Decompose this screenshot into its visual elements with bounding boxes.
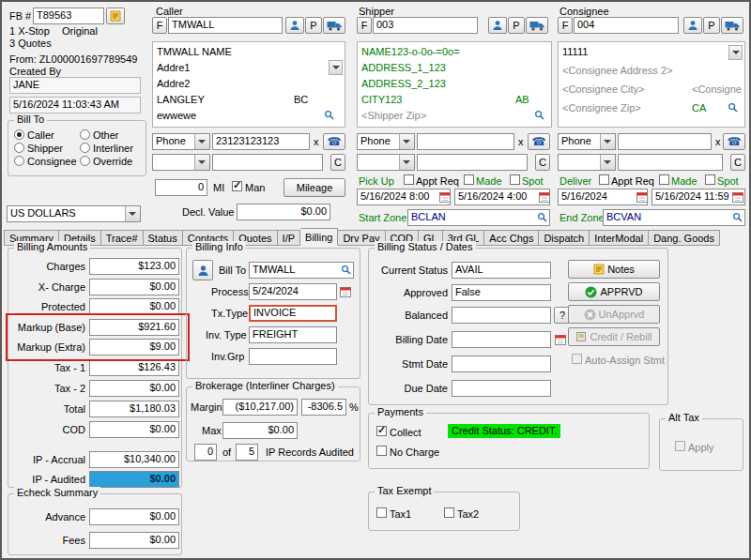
radio-bill-to-other[interactable] xyxy=(80,129,90,140)
radio-bill-to-caller[interactable] xyxy=(14,129,24,140)
due-date-field[interactable] xyxy=(452,380,551,397)
start-zone-field[interactable]: BCLAN xyxy=(407,209,550,226)
tab-dang-goods[interactable]: Dang. Goods xyxy=(649,230,720,246)
shipper-p-button[interactable]: P xyxy=(508,17,525,34)
no-charge-checkbox[interactable] xyxy=(376,446,387,456)
deliver-spot-checkbox[interactable] xyxy=(705,174,715,185)
shipper-dial-button[interactable]: ☎ xyxy=(528,133,550,150)
tab-acc-chgs[interactable]: Acc Chgs xyxy=(484,230,539,246)
margin-pct-field[interactable]: -8306.5 xyxy=(301,399,346,416)
advance-field[interactable]: $0.00 xyxy=(89,508,179,525)
chevron-down-icon[interactable] xyxy=(728,45,743,60)
bill-to-field[interactable]: TMWALL xyxy=(249,262,354,279)
caller-code-field[interactable]: TMWALL xyxy=(168,17,283,34)
consignee-f-button[interactable]: F xyxy=(558,17,573,34)
protected-field[interactable]: $0.00 xyxy=(89,298,179,315)
tax1-checkbox[interactable] xyxy=(376,507,387,518)
shipper-c-button[interactable]: C xyxy=(535,154,550,171)
search-icon[interactable] xyxy=(732,212,743,222)
mileage-field[interactable]: 0 xyxy=(155,179,207,196)
search-icon[interactable] xyxy=(341,265,351,275)
total-field[interactable]: $1,180.03 xyxy=(89,401,179,417)
ip-accrual-field[interactable]: $10,340.00 xyxy=(89,451,179,468)
consignee-phone-field[interactable] xyxy=(618,133,712,150)
shipper-f-button[interactable]: F xyxy=(357,17,372,34)
bill-to-contact-button[interactable] xyxy=(192,260,213,280)
caller-truck-button[interactable] xyxy=(323,17,345,34)
ip-audited-total-field[interactable]: 5 xyxy=(236,444,258,461)
collect-checkbox[interactable] xyxy=(376,426,387,436)
shipper-truck-button[interactable] xyxy=(526,17,548,34)
currency-combo[interactable]: US DOLLARS xyxy=(7,205,141,222)
markup-extra-field[interactable]: $9.00 xyxy=(89,339,179,356)
consignee-truck-button[interactable] xyxy=(721,17,743,34)
search-icon[interactable] xyxy=(728,102,738,113)
tax2-field[interactable]: $0.00 xyxy=(89,380,179,397)
tab-dispatch[interactable]: Dispatch xyxy=(539,230,590,246)
search-icon[interactable] xyxy=(537,212,547,222)
process-date-field[interactable]: 5/24/2024 xyxy=(249,283,337,300)
radio-bill-to-consignee[interactable] xyxy=(14,156,24,166)
cod-field[interactable]: $0.00 xyxy=(89,421,179,438)
ip-audited-field[interactable]: $0.00 xyxy=(89,471,179,488)
shipper-contact-button[interactable] xyxy=(488,17,507,34)
tab-intermodal[interactable]: InterModal xyxy=(590,230,649,246)
tax2-checkbox[interactable] xyxy=(444,507,454,518)
caller-phone2-field[interactable] xyxy=(212,154,323,171)
caller-phone-field[interactable]: 23123123123 xyxy=(212,133,310,150)
caller-dial-button[interactable]: ☎ xyxy=(323,133,345,150)
caller-phone-clear[interactable]: x xyxy=(314,136,319,147)
decl-value-field[interactable]: $0.00 xyxy=(237,204,330,220)
pickup-made-checkbox[interactable] xyxy=(464,174,474,185)
fees-field[interactable]: $0.00 xyxy=(89,532,179,549)
consignee-phone2-type-combo[interactable] xyxy=(558,154,616,171)
pickup-from-date-field[interactable]: 5/16/2024 8:00 xyxy=(357,189,451,205)
caller-f-button[interactable]: F xyxy=(152,17,167,34)
consignee-c-button[interactable]: C xyxy=(730,154,745,171)
shipper-phone-field[interactable] xyxy=(417,133,514,150)
consignee-phone-type-combo[interactable]: Phone xyxy=(558,133,616,150)
deliver-from-date-field[interactable]: 5/16/2024 xyxy=(558,189,648,205)
consignee-p-button[interactable]: P xyxy=(703,17,720,34)
credit-rebill-button[interactable]: Credit / Rebill xyxy=(568,327,660,346)
tab-ip[interactable]: I/P xyxy=(278,230,300,246)
radio-bill-to-interliner[interactable] xyxy=(80,143,90,153)
shipper-phone2-type-combo[interactable] xyxy=(357,154,415,171)
calendar-icon[interactable] xyxy=(439,191,451,203)
margin-field[interactable]: ($10,217.00) xyxy=(222,399,298,416)
search-icon[interactable] xyxy=(534,110,544,120)
created-by-field[interactable]: JANE xyxy=(9,77,141,94)
auto-assign-stmt-checkbox[interactable] xyxy=(572,354,582,364)
shipper-code-field[interactable]: 003 xyxy=(373,17,478,34)
consignee-contact-button[interactable] xyxy=(683,17,702,34)
alt-tax-apply-checkbox[interactable] xyxy=(675,441,685,451)
chevron-down-icon[interactable] xyxy=(329,60,343,75)
consignee-code-field[interactable]: 004 xyxy=(574,17,679,34)
approve-button[interactable]: APPRVD xyxy=(568,282,660,301)
pickup-appt-req-checkbox[interactable] xyxy=(404,174,414,185)
tax1-field[interactable]: $126.43 xyxy=(89,359,179,376)
calendar-icon[interactable] xyxy=(732,191,743,203)
deliver-to-date-field[interactable]: 5/16/2024 11:59 xyxy=(651,189,745,205)
search-icon[interactable] xyxy=(324,110,334,120)
caller-phone-type-combo[interactable]: Phone xyxy=(152,133,210,150)
calendar-icon[interactable] xyxy=(555,334,566,345)
deliver-made-checkbox[interactable] xyxy=(659,174,669,185)
fb-notes-button[interactable] xyxy=(106,8,125,24)
shipper-phone-clear[interactable]: x xyxy=(518,136,524,147)
inv-grp-field[interactable] xyxy=(249,348,337,365)
caller-c-button[interactable]: C xyxy=(330,154,345,171)
tab-billing[interactable]: Billing xyxy=(300,228,338,246)
inv-type-field[interactable]: FREIGHT xyxy=(249,326,337,343)
caller-contact-button[interactable] xyxy=(285,17,304,34)
markup-base-field[interactable]: $921.60 xyxy=(89,319,179,336)
xcharge-field[interactable]: $0.00 xyxy=(89,279,179,295)
calendar-icon[interactable] xyxy=(539,191,550,203)
tx-type-field[interactable]: INVOICE xyxy=(249,305,337,322)
unapprove-button[interactable]: UnApprvd xyxy=(568,305,660,324)
pickup-to-date-field[interactable]: 5/16/2024 4:00 xyxy=(454,189,550,205)
notes-button[interactable]: Notes xyxy=(568,260,660,279)
max-field[interactable]: $0.00 xyxy=(222,422,298,439)
shipper-phone2-field[interactable] xyxy=(417,154,528,171)
calendar-icon[interactable] xyxy=(340,286,351,297)
